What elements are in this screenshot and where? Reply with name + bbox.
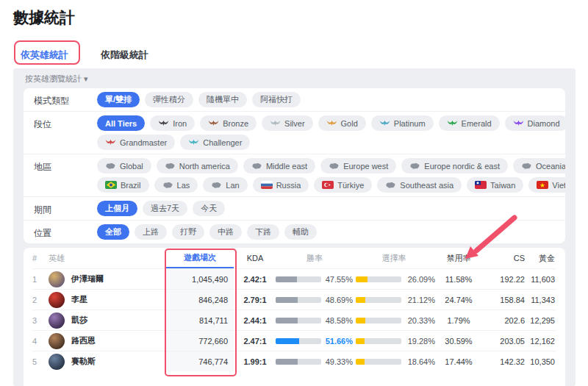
rank-cell: 4: [32, 331, 49, 351]
browse-by-hero-toggle[interactable]: 按英雄瀏覽統計 ▾: [13, 68, 576, 88]
map-icon: [251, 162, 262, 170]
kda-cell: 2.44:1: [234, 310, 276, 330]
filter-pill[interactable]: Silver: [262, 115, 313, 131]
filter-pill[interactable]: 單/雙排: [97, 92, 140, 107]
hero-cell[interactable]: 李星: [49, 290, 166, 310]
wings-icon: [188, 139, 199, 146]
filter-pill-label: All Tiers: [105, 119, 137, 128]
column-header-kda[interactable]: KDA: [234, 248, 276, 268]
hero-name: 凱莎: [71, 315, 87, 326]
hero-avatar: [49, 354, 65, 370]
filter-pill[interactable]: 上個月: [97, 201, 137, 216]
tab-by-tier[interactable]: 依階級統計: [93, 44, 156, 66]
filter-pill[interactable]: Grandmaster: [97, 135, 175, 150]
filter-pill[interactable]: Southeast asia: [377, 177, 462, 193]
filter-pill[interactable]: 輔助: [284, 224, 317, 240]
hero-cell[interactable]: 路西恩: [49, 331, 166, 351]
filter-pill[interactable]: Iron: [150, 115, 195, 131]
table-row[interactable]: 4路西恩772,6602.47:151.66%19.28%30.59%203.0…: [32, 330, 556, 351]
filter-pill-label: Grandmaster: [120, 138, 167, 147]
hero-cell[interactable]: 賽勒斯: [49, 351, 166, 371]
games-cell: 814,711: [166, 310, 234, 330]
column-header-gold[interactable]: 黃金: [525, 248, 556, 268]
games-cell: 772,660: [166, 331, 234, 351]
ban-rate-cell: 17.44%: [435, 351, 482, 371]
filter-pill[interactable]: Diamond: [505, 115, 565, 131]
hero-cell[interactable]: 伊澤瑞爾: [49, 269, 166, 289]
filter-pill[interactable]: Oceania: [513, 158, 565, 174]
gold-cell: 11,343: [525, 290, 556, 310]
filter-pill-label: 輔助: [293, 226, 309, 237]
column-header-cs[interactable]: CS: [482, 248, 525, 268]
rank-cell: 2: [32, 290, 49, 310]
table-row[interactable]: 5賽勒斯746,7741.99:149.33%18.64%17.44%142.3…: [32, 351, 556, 371]
filter-pill[interactable]: 打野: [172, 224, 204, 240]
pick-rate-value: 18.64%: [406, 357, 435, 366]
filter-pill[interactable]: Vietnam: [528, 177, 565, 193]
filter-pill[interactable]: Platinum: [371, 115, 434, 131]
kda-cell: 1.99:1: [234, 351, 276, 371]
filter-pill-label: Europe nordic & east: [424, 162, 500, 171]
filter-pill[interactable]: Global: [97, 158, 151, 174]
ban-rate-cell: 1.79%: [435, 310, 482, 330]
table-row[interactable]: 1伊澤瑞爾1,045,4902.42:147.55%26.09%11.58%19…: [32, 268, 556, 289]
column-header-rank[interactable]: #: [32, 248, 49, 268]
filter-pill[interactable]: Türkiye: [314, 177, 372, 193]
filter-pill[interactable]: Challenger: [180, 135, 250, 150]
wings-icon: [270, 120, 281, 126]
column-header-ban[interactable]: 禁用率: [435, 248, 482, 268]
hero-avatar: [49, 333, 65, 349]
gold-cell: 12,295: [525, 310, 556, 330]
filter-pill[interactable]: Russia: [253, 177, 309, 193]
filter-pill-label: Las: [177, 181, 190, 190]
column-header-pick[interactable]: 選擇率: [353, 248, 435, 268]
filter-pill-label: Europe west: [343, 162, 388, 171]
filter-pill-line: GlobalNorth americaMiddle eastEurope wes…: [97, 158, 565, 174]
filter-pill-label: North america: [179, 162, 230, 171]
hero-cell[interactable]: 凱莎: [49, 310, 166, 330]
filter-pill[interactable]: 阿福快打: [252, 92, 301, 107]
map-icon: [162, 182, 173, 189]
filter-label: 期間: [34, 201, 97, 216]
filter-pill-label: Silver: [284, 119, 305, 128]
table-row[interactable]: 3凱莎814,7112.44:148.58%20.33%1.79%202.612…: [32, 310, 556, 330]
filter-pill[interactable]: 上路: [135, 224, 167, 240]
column-header-win[interactable]: 勝率: [276, 248, 353, 268]
filter-pill[interactable]: Middle east: [243, 158, 315, 174]
tab-by-hero[interactable]: 依英雄統計: [13, 44, 76, 66]
pick-rate: 18.64%: [353, 351, 435, 371]
filter-pill-label: 隨機單中: [207, 94, 239, 105]
filter-pill[interactable]: 隨機單中: [198, 92, 247, 107]
filter-pill-line: 單/雙排彈性積分隨機單中阿福快打: [97, 92, 555, 107]
filter-pill[interactable]: Lan: [203, 177, 247, 193]
filter-pill[interactable]: Las: [154, 177, 198, 193]
filter-pill[interactable]: Europe nordic & east: [401, 158, 508, 174]
filter-pill[interactable]: North america: [157, 158, 238, 174]
win-rate-bar: [276, 318, 321, 324]
filter-pill[interactable]: Gold: [318, 115, 366, 131]
filter-pill[interactable]: All Tiers: [97, 115, 145, 131]
filter-pill[interactable]: Emerald: [439, 115, 500, 131]
filter-pill[interactable]: 下路: [247, 224, 279, 240]
filter-pill[interactable]: 今天: [193, 201, 225, 216]
filter-pill[interactable]: Bronze: [200, 115, 257, 131]
filter-pill-label: Türkiye: [337, 181, 364, 190]
column-header-hero[interactable]: 英雄: [49, 248, 166, 268]
pick-rate: 19.28%: [353, 331, 435, 351]
filter-pill-label: 上個月: [105, 203, 129, 214]
filter-pill[interactable]: 中路: [209, 224, 242, 240]
win-rate-value: 48.69%: [326, 296, 353, 304]
filter-pill[interactable]: Taiwan: [467, 177, 523, 193]
filter-pill[interactable]: Europe west: [320, 158, 396, 174]
filter-label: 位置: [34, 224, 97, 240]
filter-pill[interactable]: 全部: [97, 224, 129, 240]
flag-vietnam-icon: [537, 181, 548, 189]
filter-pill[interactable]: Brazil: [97, 177, 149, 193]
column-header-games[interactable]: 遊戲場次: [166, 248, 234, 268]
table-row[interactable]: 2李星846,2482.79:148.69%21.12%24.74%158.84…: [32, 289, 556, 310]
flag-taiwan-icon: [475, 181, 487, 189]
filter-pill[interactable]: 過去7天: [143, 201, 187, 216]
pick-rate-bar: [356, 318, 401, 324]
filter-pill[interactable]: 彈性積分: [145, 92, 193, 107]
hero-name: 伊澤瑞爾: [71, 274, 104, 285]
